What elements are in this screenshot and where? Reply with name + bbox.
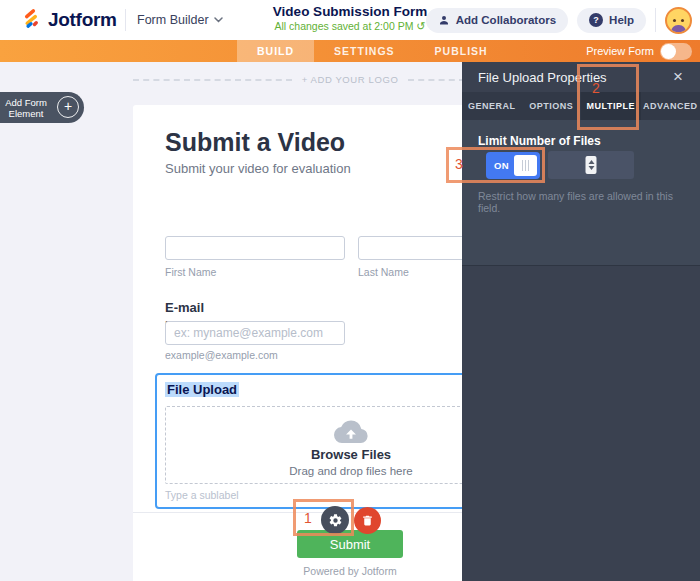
number-stepper-icon[interactable] — [586, 156, 597, 174]
preview-form-label: Preview Form — [586, 45, 654, 57]
help-button[interactable]: ? Help — [577, 8, 646, 33]
builder-nav-tabs: BUILD SETTINGS PUBLISH — [237, 40, 508, 62]
preview-form-toggle[interactable] — [660, 43, 692, 60]
file-count-input[interactable] — [548, 151, 634, 179]
gear-icon — [328, 513, 343, 528]
file-upload-properties-panel: File Upload Properties × GENERAL OPTIONS… — [462, 62, 700, 581]
preview-form-control: Preview Form — [586, 40, 692, 62]
field-delete-button[interactable] — [354, 507, 381, 534]
email-sublabel: example@example.com — [165, 349, 278, 361]
upload-cloud-icon — [334, 419, 368, 447]
top-bar: Jotform Form Builder Video Submission Fo… — [0, 0, 700, 40]
jotform-logo-text: Jotform — [48, 9, 117, 31]
panel-title-row: File Upload Properties × — [462, 62, 700, 92]
person-icon — [438, 14, 450, 26]
submit-button[interactable]: Submit — [297, 530, 403, 558]
limit-files-section: Limit Number of Files ON Restrict how ma… — [462, 120, 700, 266]
tab-publish[interactable]: PUBLISH — [415, 40, 508, 62]
header-actions: Add Collaborators ? Help — [426, 0, 692, 40]
toggle-knob — [514, 155, 537, 176]
panel-tabs: GENERAL OPTIONS MULTIPLE ADVANCED — [462, 92, 700, 120]
plus-icon: + — [57, 96, 79, 118]
panel-tab-options[interactable]: OPTIONS — [522, 92, 582, 120]
user-avatar[interactable] — [665, 7, 692, 34]
first-name-sublabel: First Name — [165, 266, 216, 278]
panel-tab-advanced[interactable]: ADVANCED — [641, 92, 700, 120]
limit-files-description: Restrict how many files are allowed in t… — [478, 190, 684, 214]
form-builder-menu[interactable]: Form Builder — [137, 0, 223, 40]
first-name-input[interactable] — [165, 236, 345, 260]
panel-title: File Upload Properties — [478, 70, 607, 85]
tab-build[interactable]: BUILD — [237, 40, 314, 62]
builder-navbar: BUILD SETTINGS PUBLISH Preview Form — [0, 40, 700, 62]
toggle-on-label: ON — [494, 160, 509, 171]
jotform-logo[interactable]: Jotform — [20, 0, 117, 40]
email-input[interactable] — [165, 321, 345, 345]
chevron-down-icon — [214, 17, 223, 23]
revision-history-icon[interactable]: ↺ — [416, 20, 425, 32]
panel-tab-multiple[interactable]: MULTIPLE — [581, 92, 641, 120]
form-builder-label: Form Builder — [137, 13, 209, 27]
add-form-element-label: Add Form Element — [0, 97, 52, 119]
upload-sublabel-placeholder[interactable]: Type a sublabel — [165, 489, 239, 501]
add-form-element-button[interactable]: Add Form Element + — [0, 92, 84, 123]
trash-icon — [361, 514, 374, 527]
help-icon: ? — [589, 13, 603, 27]
email-field-label[interactable]: E-mail — [165, 300, 204, 315]
jotform-logo-icon — [20, 8, 41, 33]
add-logo-button[interactable]: + ADD YOUR LOGO — [302, 74, 399, 85]
tab-settings[interactable]: SETTINGS — [314, 40, 415, 62]
last-name-sublabel: Last Name — [358, 266, 409, 278]
header-divider-right — [655, 8, 656, 32]
limit-files-toggle[interactable]: ON — [486, 152, 540, 179]
file-upload-label[interactable]: File Upload — [165, 382, 239, 397]
add-collaborators-button[interactable]: Add Collaborators — [426, 8, 568, 33]
close-icon[interactable]: × — [666, 65, 690, 89]
header-divider — [125, 9, 126, 31]
limit-files-label: Limit Number of Files — [478, 134, 601, 148]
field-settings-button[interactable] — [321, 506, 349, 534]
form-subheading[interactable]: Submit your video for evaluation — [165, 161, 351, 176]
panel-tab-general[interactable]: GENERAL — [462, 92, 522, 120]
form-heading[interactable]: Submit a Video — [165, 128, 345, 157]
jotform-builder-screen: Jotform Form Builder Video Submission Fo… — [0, 0, 700, 581]
